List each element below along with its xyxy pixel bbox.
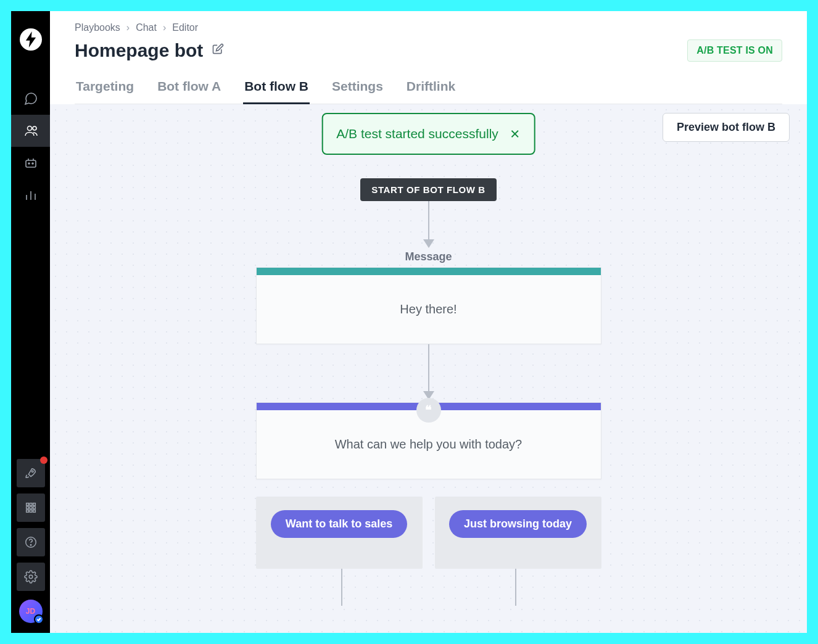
breadcrumb-item[interactable]: Chat bbox=[136, 22, 157, 33]
close-icon[interactable] bbox=[510, 128, 521, 139]
canvas-toolbar: Preview bot flow B bbox=[663, 113, 790, 142]
connector-lines bbox=[341, 569, 516, 606]
svg-point-3 bbox=[28, 163, 30, 164]
tabs: Targeting Bot flow A Bot flow B Settings… bbox=[75, 79, 782, 104]
choice-node[interactable]: Want to talk to sales bbox=[256, 497, 423, 569]
svg-point-21 bbox=[30, 545, 31, 545]
ab-test-badge: A/B TEST IS ON bbox=[687, 39, 782, 62]
chat-icon[interactable] bbox=[11, 83, 50, 115]
sidebar: JD bbox=[11, 11, 50, 633]
message-node-label: Message bbox=[405, 250, 452, 263]
breadcrumb-item[interactable]: Editor bbox=[172, 22, 198, 33]
avatar[interactable]: JD bbox=[19, 600, 43, 623]
svg-rect-11 bbox=[26, 503, 28, 506]
breadcrumb: Playbooks › Chat › Editor bbox=[75, 22, 782, 33]
flow-start-node[interactable]: START OF BOT FLOW B bbox=[360, 178, 496, 201]
choice-button[interactable]: Just browsing today bbox=[449, 510, 587, 538]
check-badge-icon bbox=[34, 614, 44, 624]
edit-icon[interactable] bbox=[212, 43, 224, 58]
contacts-icon[interactable] bbox=[11, 115, 50, 147]
tab-bot-flow-a[interactable]: Bot flow A bbox=[156, 79, 222, 104]
success-toast: A/B test started successfully bbox=[321, 113, 535, 155]
svg-rect-12 bbox=[30, 503, 32, 506]
tab-driftlink[interactable]: Driftlink bbox=[405, 79, 457, 104]
tab-targeting[interactable]: Targeting bbox=[75, 79, 135, 104]
svg-rect-16 bbox=[33, 506, 35, 509]
svg-point-10 bbox=[31, 471, 33, 473]
choices: Want to talk to sales Just browsing toda… bbox=[256, 497, 601, 569]
choice-button[interactable]: Want to talk to sales bbox=[271, 510, 407, 538]
header: Playbooks › Chat › Editor Homepage bot A… bbox=[50, 11, 807, 104]
rocket-icon[interactable] bbox=[17, 459, 45, 487]
svg-point-1 bbox=[33, 126, 36, 130]
logo[interactable] bbox=[20, 28, 42, 51]
tab-settings[interactable]: Settings bbox=[331, 79, 384, 104]
svg-rect-17 bbox=[26, 510, 28, 513]
message-node[interactable]: Hey there! bbox=[256, 267, 601, 344]
main: Playbooks › Chat › Editor Homepage bot A… bbox=[50, 11, 807, 633]
svg-rect-19 bbox=[33, 510, 35, 513]
svg-marker-25 bbox=[423, 239, 434, 248]
svg-rect-18 bbox=[30, 510, 32, 513]
question-node[interactable]: ❝ What can we help you with today? bbox=[256, 402, 601, 479]
svg-point-0 bbox=[28, 126, 32, 131]
svg-rect-2 bbox=[26, 160, 36, 167]
apps-icon[interactable] bbox=[17, 493, 45, 522]
arrow-down-icon bbox=[423, 201, 434, 250]
svg-rect-15 bbox=[30, 506, 32, 509]
flow: START OF BOT FLOW B Message Hey there! bbox=[256, 178, 601, 606]
arrow-down-icon bbox=[423, 344, 434, 402]
analytics-icon[interactable] bbox=[11, 179, 50, 211]
tab-bot-flow-b[interactable]: Bot flow B bbox=[243, 79, 310, 104]
settings-icon[interactable] bbox=[17, 563, 45, 591]
help-icon[interactable] bbox=[17, 528, 45, 556]
svg-rect-14 bbox=[26, 506, 28, 509]
svg-rect-13 bbox=[33, 503, 35, 506]
preview-button[interactable]: Preview bot flow B bbox=[663, 113, 790, 142]
avatar-initials: JD bbox=[26, 607, 35, 616]
card-accent bbox=[257, 268, 601, 275]
toast-text: A/B test started successfully bbox=[336, 126, 498, 141]
svg-point-22 bbox=[29, 575, 33, 579]
quote-icon: ❝ bbox=[416, 398, 441, 423]
app-frame: JD Playbooks › Chat › Editor Homepage bo… bbox=[11, 11, 807, 633]
page-title: Homepage bot bbox=[75, 40, 203, 61]
chevron-right-icon: › bbox=[163, 22, 166, 33]
question-text: What can we help you with today? bbox=[335, 437, 523, 451]
svg-point-4 bbox=[32, 163, 33, 164]
bot-icon[interactable] bbox=[11, 147, 50, 179]
choice-node[interactable]: Just browsing today bbox=[435, 497, 601, 569]
flow-canvas[interactable]: A/B test started successfully Preview bo… bbox=[50, 104, 807, 633]
chevron-right-icon: › bbox=[126, 22, 130, 33]
notification-dot bbox=[40, 456, 48, 464]
message-text: Hey there! bbox=[257, 275, 601, 344]
breadcrumb-item[interactable]: Playbooks bbox=[75, 22, 120, 33]
